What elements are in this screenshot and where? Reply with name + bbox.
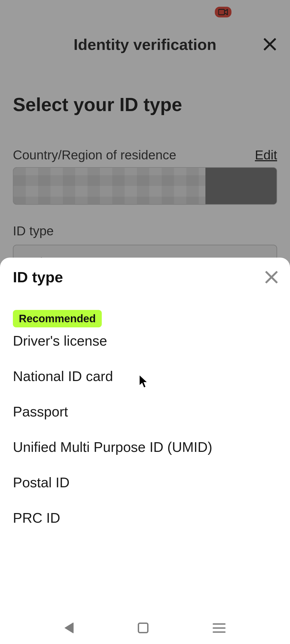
idtype-option-umid[interactable]: Unified Multi Purpose ID (UMID) [13,429,277,465]
sheet-close-button[interactable] [266,272,277,283]
idtype-option-drivers-license[interactable]: Driver's license [13,327,277,358]
nav-recents-button[interactable] [213,623,226,633]
idtype-option-passport[interactable]: Passport [13,394,277,429]
sheet-title: ID type [13,268,63,286]
nav-home-button[interactable] [138,623,148,633]
close-icon [266,272,277,283]
system-nav-bar [0,612,290,644]
idtype-options: Driver's license National ID card Passpo… [13,327,277,536]
idtype-option-postal-id[interactable]: Postal ID [13,465,277,500]
idtype-option-national-id[interactable]: National ID card [13,358,277,394]
nav-back-button[interactable] [64,622,74,634]
idtype-option-prc-id[interactable]: PRC ID [13,500,277,536]
recommended-badge: Recommended [13,310,102,327]
idtype-sheet: ID type Recommended Driver's license Nat… [0,258,290,644]
